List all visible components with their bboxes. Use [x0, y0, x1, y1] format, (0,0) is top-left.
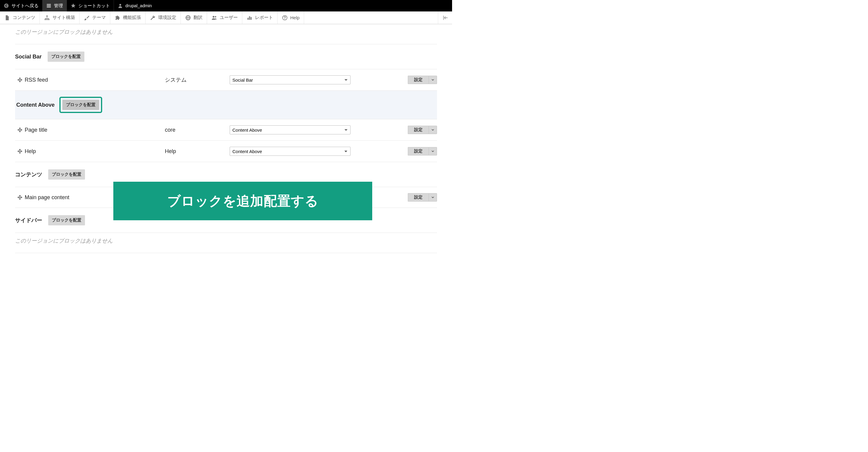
- region-select[interactable]: Content Above: [230, 147, 350, 156]
- place-block-button[interactable]: ブロックを配置: [48, 215, 85, 225]
- place-block-button[interactable]: ブロックを配置: [48, 52, 84, 62]
- block-operations: 設定: [355, 76, 437, 84]
- brush-icon: [84, 15, 90, 21]
- settings-button[interactable]: 設定: [408, 147, 429, 156]
- region-select[interactable]: Social Bar: [230, 75, 350, 85]
- block-region-col: Content Above: [230, 125, 355, 134]
- region-name-label: Social Bar: [15, 54, 41, 60]
- back-to-site-link[interactable]: サイトへ戻る: [0, 0, 42, 11]
- place-block-wrap: ブロックを配置: [48, 169, 85, 180]
- menu-help-label: Help: [290, 15, 300, 20]
- toolbar-collapse[interactable]: [438, 11, 452, 24]
- block-row: RSS feedシステムSocial Bar設定: [15, 69, 437, 91]
- place-block-wrap: ブロックを配置: [61, 98, 101, 112]
- svg-rect-15: [249, 16, 250, 20]
- menu-translate-label: 翻訳: [193, 15, 203, 21]
- block-region-col: Social Bar: [230, 75, 355, 85]
- settings-button[interactable]: 設定: [408, 193, 429, 202]
- menu-content[interactable]: コンテンツ: [0, 11, 40, 24]
- menu-translate[interactable]: 翻訳: [181, 11, 207, 24]
- svg-point-18: [284, 19, 285, 19]
- shortcuts-tab[interactable]: ショートカット: [67, 0, 114, 11]
- user-label: drupal_admin: [125, 3, 152, 8]
- block-operations: 設定: [355, 147, 437, 156]
- block-title: Help: [25, 148, 165, 155]
- shortcuts-label: ショートカット: [79, 3, 110, 9]
- svg-point-13: [215, 16, 216, 18]
- block-category: Help: [165, 148, 230, 155]
- block-region-col: Content Above: [230, 147, 355, 156]
- menu-structure-label: サイト構築: [53, 15, 75, 21]
- svg-point-0: [4, 4, 9, 8]
- menu-extend[interactable]: 機能拡張: [110, 11, 146, 24]
- drag-handle-icon[interactable]: [15, 149, 25, 154]
- menu-appearance-label: テーマ: [92, 15, 106, 21]
- block-row: HelpHelpContent Above設定: [15, 141, 437, 162]
- menu-help[interactable]: Help: [278, 11, 304, 24]
- admin-menu-bar: コンテンツ サイト構築 テーマ 機能拡張 環境設定 翻訳 ユーザー レポート H…: [0, 11, 452, 24]
- drag-handle-icon[interactable]: [15, 195, 25, 200]
- admin-top-bar: サイトへ戻る 管理 ショートカット drupal_admin: [0, 0, 452, 11]
- menu-people[interactable]: ユーザー: [207, 11, 242, 24]
- place-block-wrap: ブロックを配置: [48, 52, 84, 62]
- manage-label: 管理: [54, 3, 63, 9]
- block-title: RSS feed: [25, 77, 165, 83]
- hamburger-icon: [46, 3, 52, 8]
- menu-reports[interactable]: レポート: [242, 11, 278, 24]
- block-layout-content: このリージョンにブロックはありませんSocial Barブロックを配置RSS f…: [0, 24, 452, 265]
- collapse-icon: [442, 14, 448, 21]
- operations-dropdown-button[interactable]: [429, 76, 437, 84]
- region-header-content_above: Content Aboveブロックを配置: [15, 91, 437, 119]
- operations-dropdown-button[interactable]: [429, 126, 437, 134]
- menu-configuration[interactable]: 環境設定: [146, 11, 181, 24]
- region-name-label: サイドバー: [15, 217, 42, 224]
- question-icon: [282, 15, 288, 21]
- operations-dropdown-button[interactable]: [429, 147, 437, 156]
- puzzle-icon: [115, 15, 121, 21]
- menu-configuration-label: 環境設定: [158, 15, 176, 21]
- users-icon: [211, 15, 217, 21]
- star-icon: [70, 3, 76, 8]
- settings-button[interactable]: 設定: [408, 126, 429, 134]
- block-row: Page titlecoreContent Above設定: [15, 119, 437, 141]
- block-category: システム: [165, 76, 230, 84]
- user-icon: [118, 3, 123, 8]
- block-row: Main page content設定ブロックを追加配置する: [15, 187, 437, 208]
- place-block-wrap: ブロックを配置: [48, 215, 85, 225]
- empty-region-message: このリージョンにブロックはありません: [15, 24, 437, 44]
- svg-rect-14: [247, 18, 248, 20]
- document-icon: [4, 15, 10, 21]
- manage-tab[interactable]: 管理: [42, 0, 67, 11]
- bar-chart-icon: [247, 15, 253, 21]
- empty-region-message: このリージョンにブロックはありません: [15, 233, 437, 253]
- block-operations: 設定: [355, 126, 437, 134]
- svg-point-5: [46, 15, 48, 17]
- region-header-social_bar: Social Barブロックを配置: [15, 44, 437, 69]
- menu-extend-label: 機能拡張: [123, 15, 141, 21]
- tutorial-overlay-banner: ブロックを追加配置する: [113, 182, 372, 220]
- place-block-button[interactable]: ブロックを配置: [62, 100, 99, 110]
- menu-people-label: ユーザー: [220, 15, 238, 21]
- region-name-label: Content Above: [16, 102, 55, 108]
- svg-point-12: [213, 16, 215, 18]
- back-icon: [4, 3, 9, 8]
- drag-handle-icon[interactable]: [15, 77, 25, 83]
- region-select[interactable]: Content Above: [230, 125, 350, 134]
- user-menu[interactable]: drupal_admin: [114, 0, 156, 11]
- menu-appearance[interactable]: テーマ: [80, 11, 110, 24]
- block-category: core: [165, 127, 230, 133]
- back-to-site-label: サイトへ戻る: [11, 3, 38, 9]
- drag-handle-icon[interactable]: [15, 127, 25, 133]
- svg-rect-16: [250, 17, 251, 20]
- region-name-label: コンテンツ: [15, 171, 42, 178]
- menu-structure[interactable]: サイト構築: [40, 11, 80, 24]
- svg-point-4: [119, 4, 121, 6]
- menu-reports-label: レポート: [255, 15, 273, 21]
- wrench-icon: [150, 15, 156, 21]
- menu-content-label: コンテンツ: [13, 15, 35, 21]
- settings-button[interactable]: 設定: [408, 76, 429, 84]
- operations-dropdown-button[interactable]: [429, 193, 437, 202]
- globe-icon: [185, 15, 191, 21]
- block-title: Page title: [25, 127, 165, 133]
- place-block-button[interactable]: ブロックを配置: [48, 169, 85, 180]
